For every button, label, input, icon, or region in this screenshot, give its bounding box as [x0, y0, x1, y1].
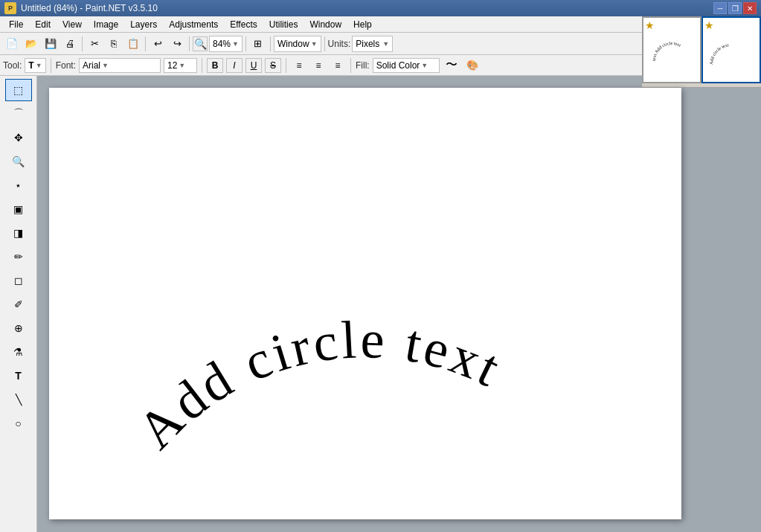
- menu-utilities[interactable]: Utilities: [263, 17, 304, 32]
- align-left-button[interactable]: ≡: [291, 58, 307, 73]
- sep-tool3: [286, 58, 286, 73]
- copy-button[interactable]: ⎘: [105, 35, 123, 53]
- history-panel: ★ text Add circle text ★ Add circle text: [642, 16, 761, 88]
- svg-rect-0: [646, 24, 698, 76]
- window-label: Window: [277, 39, 309, 49]
- select-rect-tool[interactable]: ⬚: [5, 79, 32, 101]
- minimize-button[interactable]: ─: [713, 2, 727, 14]
- title-bar-buttons: ─ ❐ ✕: [713, 2, 757, 14]
- brush-tool[interactable]: ✏: [5, 246, 32, 268]
- title-bar: P Untitled (84%) - Paint.NET v3.5.10 ─ ❐…: [0, 0, 761, 16]
- units-label: Units:: [328, 39, 351, 49]
- zoom-dropdown[interactable]: 84% ▼: [209, 36, 243, 52]
- menu-help[interactable]: Help: [347, 17, 378, 32]
- main-layout: ⬚ ⌒ ✥ 🔍 ⋆ ▣ ◨ ✏ ◻ ✐ ⊕ ⚗ T ╲ ○ Add cir: [0, 76, 761, 532]
- zoom-in-button[interactable]: 🔍: [193, 36, 208, 51]
- zoom-arrow-icon: ▼: [232, 40, 239, 48]
- menu-effects[interactable]: Effects: [224, 17, 263, 32]
- sep5: [270, 36, 271, 51]
- sep-tool4: [350, 58, 351, 73]
- menu-view[interactable]: View: [57, 17, 88, 32]
- star-icon-2: ★: [704, 19, 714, 31]
- magic-wand-tool[interactable]: ⋆: [5, 174, 32, 196]
- fill-label: Fill:: [356, 60, 370, 71]
- history-thumb-2[interactable]: ★ Add circle text: [701, 16, 761, 83]
- units-dropdown[interactable]: Pixels ▼: [352, 36, 393, 52]
- gradient-tool[interactable]: ◨: [5, 222, 32, 244]
- fill-arrow-icon: ▼: [421, 62, 428, 69]
- zoom-value: 84%: [213, 39, 231, 49]
- svg-rect-4: [49, 88, 681, 519]
- menu-window[interactable]: Window: [304, 17, 347, 32]
- units-arrow-icon: ▼: [382, 40, 389, 48]
- font-arrow-icon: ▼: [102, 62, 109, 69]
- cut-button[interactable]: ✂: [86, 35, 103, 53]
- tools-panel: ⬚ ⌒ ✥ 🔍 ⋆ ▣ ◨ ✏ ◻ ✐ ⊕ ⚗ T ╲ ○: [0, 76, 37, 532]
- font-dropdown[interactable]: Arial ▼: [79, 58, 161, 73]
- tool-selector[interactable]: T ▼: [25, 58, 45, 73]
- bold-button[interactable]: B: [207, 58, 223, 73]
- restore-button[interactable]: ❐: [728, 2, 742, 14]
- canvas-area[interactable]: Add circle text: [37, 76, 761, 532]
- tool-arrow-icon: ▼: [36, 62, 42, 69]
- svg-rect-2: [705, 24, 757, 76]
- sep-tool2: [202, 58, 202, 73]
- history-thumb-1[interactable]: ★ text Add circle text: [642, 16, 701, 83]
- sep2: [145, 36, 146, 51]
- print-button[interactable]: 🖨: [61, 35, 79, 53]
- canvas[interactable]: Add circle text: [49, 88, 681, 519]
- app-icon: P: [4, 2, 16, 14]
- paint-button[interactable]: 🎨: [463, 57, 481, 74]
- sep3: [189, 36, 190, 51]
- menu-adjustments[interactable]: Adjustments: [163, 17, 224, 32]
- window-arrow-icon: ▼: [311, 40, 318, 48]
- sep6: [324, 36, 325, 51]
- line-tool[interactable]: ╲: [5, 388, 32, 411]
- clone-stamp-tool[interactable]: ⊕: [5, 317, 32, 339]
- strikethrough-button[interactable]: S: [265, 58, 281, 73]
- font-size-value: 12: [167, 60, 177, 71]
- font-value: Arial: [83, 60, 100, 71]
- select-lasso-tool[interactable]: ⌒: [5, 103, 32, 125]
- open-button[interactable]: 📂: [22, 35, 40, 53]
- menu-layers[interactable]: Layers: [124, 17, 163, 32]
- recolor-tool[interactable]: ⚗: [5, 341, 32, 363]
- font-size-dropdown[interactable]: 12 ▼: [164, 58, 197, 73]
- redo-button[interactable]: ↪: [168, 35, 186, 53]
- menu-image[interactable]: Image: [88, 17, 124, 32]
- title-text: Untitled (84%) - Paint.NET v3.5.10: [21, 3, 158, 13]
- align-center-button[interactable]: ≡: [310, 58, 327, 73]
- sep4: [245, 36, 246, 51]
- paste-button[interactable]: 📋: [124, 35, 142, 53]
- sep-tool1: [51, 58, 51, 73]
- close-button[interactable]: ✕: [743, 2, 757, 14]
- window-dropdown[interactable]: Window ▼: [274, 36, 321, 52]
- toolbar: 📄 📂 💾 🖨 ✂ ⎘ 📋 ↩ ↪ 🔍 84% ▼ ⊞ Window ▼ Uni…: [0, 33, 761, 55]
- text-tool[interactable]: T: [5, 365, 32, 387]
- save-button[interactable]: 💾: [42, 35, 60, 53]
- star-icon-1: ★: [645, 19, 655, 31]
- units-value: Pixels: [356, 39, 379, 49]
- underline-button[interactable]: U: [245, 58, 262, 73]
- new-button[interactable]: 📄: [3, 35, 21, 53]
- menu-edit[interactable]: Edit: [29, 17, 57, 32]
- fill-value: Solid Color: [376, 60, 420, 71]
- shapes-tool[interactable]: ○: [5, 412, 32, 435]
- italic-button[interactable]: I: [226, 58, 243, 73]
- grid-button[interactable]: ⊞: [249, 35, 267, 53]
- font-label: Font:: [56, 60, 76, 71]
- curves-button[interactable]: 〜: [443, 57, 460, 74]
- fill-dropdown[interactable]: Solid Color ▼: [373, 58, 440, 73]
- font-size-arrow-icon: ▼: [179, 62, 185, 69]
- eraser-tool[interactable]: ◻: [5, 269, 32, 292]
- pencil-tool[interactable]: ✐: [5, 293, 32, 315]
- paint-bucket-tool[interactable]: ▣: [5, 198, 32, 220]
- move-tool[interactable]: ✥: [5, 126, 32, 149]
- sep1: [82, 36, 83, 51]
- align-right-button[interactable]: ≡: [330, 58, 346, 73]
- zoom-tool[interactable]: 🔍: [5, 150, 32, 173]
- undo-button[interactable]: ↩: [149, 35, 167, 53]
- menu-file[interactable]: File: [3, 17, 29, 32]
- tool-label: Tool:: [3, 60, 22, 71]
- tool-icon: T: [28, 60, 33, 71]
